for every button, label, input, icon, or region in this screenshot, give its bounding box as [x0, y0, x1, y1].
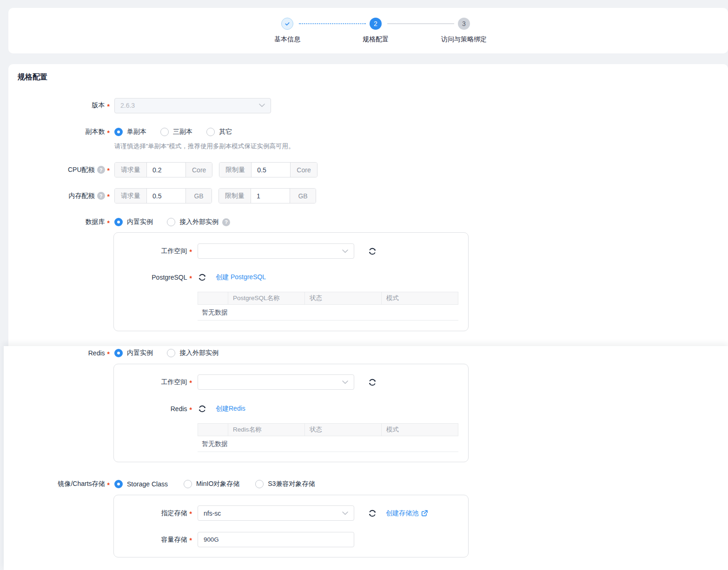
radio-unselected-icon: [167, 218, 175, 226]
radio-selected-icon: [114, 128, 123, 136]
radio-storage-class[interactable]: Storage Class: [114, 480, 168, 488]
memory-request-input[interactable]: [146, 189, 186, 203]
radio-unselected-icon: [167, 349, 175, 357]
table-header-status: 状态: [305, 424, 382, 436]
redis-panel: 工作空间 * R: [113, 364, 469, 462]
storage-class-select-value: nfs-sc: [204, 510, 221, 517]
radio-selected-icon: [114, 480, 123, 488]
step-3-number: 3: [462, 20, 466, 27]
radio-selected-icon: [114, 218, 123, 226]
storage-capacity-label: 容量存储 *: [114, 535, 192, 544]
help-icon[interactable]: ?: [97, 166, 105, 174]
step-2-label[interactable]: 规格配置: [363, 35, 389, 44]
cpu-request-group: 请求量 Core: [114, 162, 212, 177]
version-select-value: 2.6.3: [120, 102, 135, 109]
cpu-request-input[interactable]: [146, 163, 186, 177]
radio-replica-other[interactable]: 其它: [206, 128, 232, 136]
version-select[interactable]: 2.6.3: [114, 98, 271, 113]
radio-label: 接入外部实例: [179, 218, 218, 226]
memory-request-group: 请求量 GB: [114, 188, 212, 203]
refresh-icon[interactable]: [368, 247, 377, 256]
redis-label: Redis *: [0, 349, 110, 358]
cpu-limit-group: 限制量 Core: [219, 162, 317, 177]
storage-capacity-input[interactable]: [198, 532, 354, 547]
memory-limit-group: 限制量 GB: [218, 188, 316, 203]
redis-table: Redis名称 状态 模式 暂无数据: [198, 423, 458, 452]
radio-label: 三副本: [173, 128, 192, 136]
radio-db-internal[interactable]: 内置实例: [114, 218, 153, 226]
required-asterisk: *: [190, 275, 192, 282]
radio-db-external[interactable]: 接入外部实例: [167, 218, 218, 226]
radio-label: 内置实例: [127, 218, 153, 226]
create-storage-pool-text: 创建存储池: [386, 509, 418, 518]
required-asterisk: *: [107, 103, 110, 110]
memory-limit-input[interactable]: [251, 189, 290, 203]
required-asterisk: *: [190, 537, 192, 544]
help-icon[interactable]: ?: [222, 218, 230, 226]
radio-minio-storage[interactable]: MinIO对象存储: [184, 480, 239, 488]
required-asterisk: *: [107, 129, 110, 137]
step-1-label[interactable]: 基本信息: [274, 35, 300, 44]
radio-redis-external[interactable]: 接入外部实例: [167, 349, 218, 357]
image-charts-storage-label: 镜像/Charts存储 *: [0, 480, 110, 489]
table-empty-text: 暂无数据: [198, 436, 458, 452]
table-select-column: [198, 292, 228, 304]
create-postgresql-link[interactable]: 创建 PostgreSQL: [216, 273, 266, 282]
refresh-icon[interactable]: [368, 378, 377, 387]
table-header-mode: 模式: [382, 424, 458, 436]
memory-unit-addon: GB: [290, 189, 316, 203]
chevron-down-icon: [342, 380, 348, 384]
radio-s3-storage[interactable]: S3兼容对象存储: [255, 480, 315, 488]
replicas-hint-text: 请谨慎选择"单副本"模式，推荐使用多副本模式保证实例高可用。: [114, 142, 295, 151]
redis-workspace-select[interactable]: [198, 374, 354, 390]
table-header-name: PostgreSQL名称: [228, 292, 305, 304]
chevron-down-icon: [259, 104, 265, 107]
cpu-request-addon: 请求量: [115, 163, 146, 177]
table-header-mode: 模式: [382, 292, 458, 304]
create-redis-link[interactable]: 创建Redis: [216, 405, 245, 413]
radio-label: 接入外部实例: [179, 349, 218, 357]
radio-replica-three[interactable]: 三副本: [160, 128, 192, 136]
version-label: 版本 *: [0, 101, 110, 110]
step-3-label[interactable]: 访问与策略绑定: [441, 35, 487, 44]
step-3-indicator: 3: [458, 18, 470, 30]
chevron-down-icon: [342, 511, 348, 515]
memory-limit-addon: 限制量: [219, 189, 251, 203]
radio-replica-single[interactable]: 单副本: [114, 128, 146, 136]
database-label: 数据库 *: [0, 218, 110, 227]
radio-unselected-icon: [255, 480, 264, 488]
help-icon[interactable]: ?: [97, 192, 105, 200]
refresh-icon[interactable]: [198, 273, 207, 282]
refresh-icon[interactable]: [198, 404, 207, 413]
create-storage-pool-link[interactable]: 创建存储池: [386, 509, 428, 518]
radio-label: 单副本: [127, 128, 146, 136]
cpu-unit-addon: Core: [291, 163, 317, 177]
step-2-indicator: 2: [370, 18, 382, 30]
radio-label: 内置实例: [127, 349, 153, 357]
database-panel: 工作空间 * P: [113, 232, 469, 331]
required-asterisk: *: [190, 406, 192, 413]
table-empty-text: 暂无数据: [198, 305, 458, 321]
required-asterisk: *: [107, 350, 110, 358]
memory-quota-label: 内存配额 ? *: [0, 191, 110, 200]
stepper-card: [8, 8, 728, 53]
radio-redis-internal[interactable]: 内置实例: [114, 349, 153, 357]
postgresql-label: PostgreSQL *: [114, 273, 192, 282]
storage-panel: 指定存储 * nfs-sc 创建: [113, 495, 469, 557]
radio-label: S3兼容对象存储: [268, 480, 315, 488]
table-header-status: 状态: [305, 292, 382, 304]
table-header-row: PostgreSQL名称 状态 模式: [198, 292, 458, 305]
cpu-limit-input[interactable]: [251, 163, 291, 177]
radio-label: MinIO对象存储: [196, 480, 239, 488]
required-asterisk: *: [107, 219, 110, 227]
table-select-column: [198, 424, 228, 436]
db-workspace-select[interactable]: [198, 243, 354, 259]
refresh-icon[interactable]: [368, 509, 377, 518]
storage-class-label: 指定存储 *: [114, 509, 192, 518]
workspace-label: 工作空间 *: [114, 247, 192, 256]
cpu-quota-label: CPU配额 ? *: [0, 165, 110, 174]
storage-class-select[interactable]: nfs-sc: [198, 505, 354, 521]
cpu-unit-addon: Core: [186, 163, 212, 177]
chevron-down-icon: [342, 249, 348, 253]
required-asterisk: *: [107, 167, 110, 174]
